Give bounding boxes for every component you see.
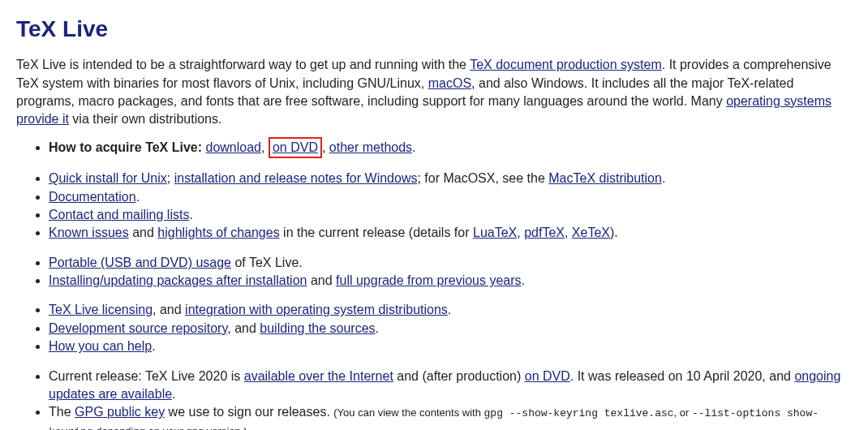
link-release-dvd[interactable]: on DVD (525, 369, 570, 383)
text-end: . (448, 303, 451, 316)
intro-paragraph: TeX Live is intended to be a straightfor… (16, 56, 852, 129)
text: depending on your gpg version.) (93, 425, 247, 430)
spacer (49, 356, 852, 368)
text: Current release: TeX Live 2020 is (49, 369, 244, 383)
link-install-update[interactable]: Installing/updating packages after insta… (49, 273, 307, 287)
spacer (49, 243, 852, 254)
text: of TeX Live. (231, 256, 303, 269)
text-sep: , (322, 140, 329, 154)
text-end: . (376, 321, 379, 335)
list-item-portable: Portable (USB and DVD) usage of TeX Live… (49, 254, 852, 272)
list-item-acquire: How to acquire TeX Live: download, on DV… (49, 137, 852, 158)
link-gpg-key[interactable]: GPG public key (75, 405, 165, 419)
list-item-help: How you can help. (49, 338, 852, 355)
text: , or (674, 406, 692, 419)
list-item-gpg: The GPG public key we use to sign our re… (49, 403, 852, 430)
spacer (49, 290, 852, 301)
list-item-quick-install: Quick install for Unix; installation and… (49, 170, 852, 187)
text-sep: , (565, 226, 572, 239)
text: . It was released on 10 April 2020, and (570, 369, 795, 383)
text: (You can view the contents with (333, 406, 483, 419)
link-luatex[interactable]: LuaTeX (473, 226, 517, 239)
spacer (49, 158, 852, 170)
list-item-current-release: Current release: TeX Live 2020 is availa… (49, 368, 852, 404)
code: gpg --show-keyring texlive.asc (484, 407, 674, 419)
content-list: How to acquire TeX Live: download, on DV… (16, 137, 852, 430)
link-highlights[interactable]: highlights of changes (157, 226, 279, 239)
intro-text: TeX Live is intended to be a straightfor… (16, 58, 470, 71)
link-macos[interactable]: macOS (428, 76, 471, 90)
text-sep: , (517, 226, 524, 239)
link-contact[interactable]: Contact and mailing lists (49, 208, 189, 221)
list-item-documentation: Documentation. (49, 188, 852, 206)
link-on-dvd[interactable]: on DVD (273, 140, 318, 154)
text-end: . (522, 273, 525, 287)
link-windows-notes[interactable]: installation and release notes for Windo… (174, 171, 418, 185)
text: The (49, 405, 75, 419)
link-licensing[interactable]: TeX Live licensing (49, 303, 153, 316)
link-mactex[interactable]: MacTeX distribution (548, 171, 662, 185)
text-end: . (172, 387, 175, 401)
text-sep: , (261, 140, 269, 154)
text: , and (153, 303, 185, 316)
link-documentation[interactable]: Documentation (49, 190, 136, 204)
text: and (129, 226, 158, 239)
highlight-box: on DVD (269, 137, 322, 158)
link-xetex[interactable]: XeTeX (572, 226, 610, 239)
link-os-integration[interactable]: integration with operating system distri… (185, 303, 448, 316)
text-end: . (136, 190, 140, 204)
list-item-install-update: Installing/updating packages after insta… (49, 272, 852, 290)
list-item-licensing: TeX Live licensing, and integration with… (49, 301, 852, 319)
link-quick-unix[interactable]: Quick install for Unix (49, 171, 167, 185)
text-end: ). (610, 226, 618, 239)
link-full-upgrade[interactable]: full upgrade from previous years (336, 273, 522, 287)
text-end: . (662, 171, 665, 185)
text-sep: ; (167, 171, 174, 185)
text-end: . (412, 140, 415, 154)
link-pdftex[interactable]: pdfTeX (524, 226, 565, 239)
list-item-development: Development source repository, and build… (49, 320, 852, 338)
acquire-label: How to acquire TeX Live: (49, 140, 206, 154)
link-download[interactable]: download (206, 140, 262, 154)
text: we use to sign our releases. (165, 405, 333, 419)
link-build-sources[interactable]: building the sources (260, 321, 375, 335)
link-known-issues[interactable]: Known issues (49, 226, 129, 239)
link-available-internet[interactable]: available over the Internet (244, 369, 393, 383)
text: and (307, 273, 336, 287)
list-item-contact: Contact and mailing lists. (49, 206, 852, 224)
text: ; for MacOSX, see the (417, 171, 548, 185)
list-item-known-issues: Known issues and highlights of changes i… (49, 224, 852, 242)
link-portable[interactable]: Portable (USB and DVD) usage (49, 256, 231, 269)
intro-text: via their own distributions. (69, 112, 222, 126)
text: , and (227, 321, 260, 335)
link-other-methods[interactable]: other methods (329, 140, 412, 154)
link-tex-system[interactable]: TeX document production system (470, 58, 662, 71)
text: and (after production) (393, 369, 525, 383)
link-dev-repo[interactable]: Development source repository (49, 321, 227, 335)
link-how-help[interactable]: How you can help (49, 339, 152, 353)
text: in the current release (details for (280, 226, 473, 239)
text-end: . (152, 339, 155, 353)
text-end: . (189, 208, 192, 221)
page-title: TeX Live (16, 13, 852, 45)
